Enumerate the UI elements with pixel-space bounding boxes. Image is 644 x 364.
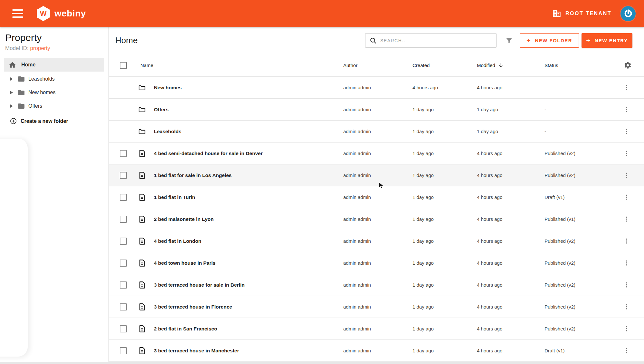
- row-checkbox[interactable]: [120, 260, 127, 267]
- search-input[interactable]: [380, 38, 492, 43]
- row-actions-menu-button[interactable]: [623, 347, 632, 354]
- user-avatar[interactable]: [620, 6, 636, 21]
- table-row[interactable]: 2 bed maisonette in Lyon admin admin 1 d…: [109, 208, 644, 230]
- table-row[interactable]: 3 bed terraced house for sale in Berlin …: [109, 274, 644, 296]
- column-header-modified[interactable]: Modified: [477, 62, 545, 68]
- table-settings-button[interactable]: [624, 61, 632, 69]
- content-header: Home + NEW FOLDER + NEW ENTRY: [109, 27, 644, 54]
- tenant-selector[interactable]: ROOT TENANT: [552, 9, 611, 18]
- model-id: Model ID: property: [5, 45, 103, 52]
- row-checkbox[interactable]: [120, 238, 127, 245]
- row-checkbox[interactable]: [120, 172, 127, 179]
- table-row[interactable]: 4 bed flat in London admin admin 1 day a…: [109, 230, 644, 252]
- sidebar-folder-item[interactable]: Offers: [0, 99, 108, 113]
- table-row[interactable]: 3 bed terraced house in Florence admin a…: [109, 296, 644, 318]
- row-name[interactable]: 1 bed flat in Turin: [154, 194, 195, 200]
- column-header-created[interactable]: Created: [412, 63, 477, 68]
- sidebar-folder-item[interactable]: Leaseholds: [0, 72, 108, 86]
- search-box: [365, 33, 497, 48]
- row-checkbox[interactable]: [120, 216, 127, 223]
- row-checkbox[interactable]: [120, 194, 127, 201]
- table-row[interactable]: Offers admin admin 1 day ago 1 day ago -: [109, 99, 644, 121]
- hamburger-menu-icon[interactable]: [12, 9, 23, 18]
- row-status: Published (v2): [545, 326, 609, 331]
- row-author: admin admin: [343, 304, 412, 310]
- kebab-menu-icon: [623, 194, 630, 201]
- row-created: 1 day ago: [412, 194, 477, 200]
- breadcrumb-title: Home: [115, 35, 137, 45]
- model-id-value: property: [30, 45, 50, 51]
- row-author: admin admin: [343, 326, 412, 331]
- expand-chevron-icon[interactable]: [10, 104, 13, 108]
- new-folder-button[interactable]: + NEW FOLDER: [520, 33, 579, 48]
- create-folder-button[interactable]: Create a new folder: [0, 117, 108, 125]
- column-header-status[interactable]: Status: [545, 63, 609, 68]
- row-created: 1 day ago: [412, 172, 477, 178]
- row-status: -: [545, 107, 609, 112]
- row-name[interactable]: 2 bed flat in San Francisco: [154, 326, 217, 332]
- select-all-checkbox[interactable]: [120, 62, 127, 69]
- row-checkbox[interactable]: [120, 347, 127, 354]
- new-entry-button[interactable]: + NEW ENTRY: [582, 33, 632, 48]
- table-row[interactable]: New homes admin admin 4 hours ago 4 hour…: [109, 77, 644, 99]
- row-author: admin admin: [343, 348, 412, 353]
- column-header-name[interactable]: Name: [138, 63, 343, 68]
- row-name[interactable]: 3 bed terraced house in Manchester: [154, 348, 239, 354]
- row-checkbox[interactable]: [120, 281, 127, 289]
- bottom-edge-strip: [0, 362, 644, 364]
- sidebar-folder-label: Leaseholds: [28, 76, 55, 82]
- row-author: admin admin: [343, 238, 412, 244]
- row-actions-menu-button[interactable]: [623, 128, 632, 135]
- table-row[interactable]: 1 bed flat for sale in Los Angeles admin…: [109, 164, 644, 186]
- expand-chevron-icon[interactable]: [10, 77, 13, 81]
- row-actions-menu-button[interactable]: [623, 216, 632, 222]
- row-actions-menu-button[interactable]: [623, 172, 632, 179]
- sidebar-folder-item[interactable]: New homes: [0, 86, 108, 99]
- table-row[interactable]: 4 bed town house in Paris admin admin 1 …: [109, 252, 644, 274]
- table-row[interactable]: 1 bed flat in Turin admin admin 1 day ag…: [109, 186, 644, 208]
- kebab-menu-icon: [623, 216, 630, 222]
- row-actions-menu-button[interactable]: [623, 281, 632, 288]
- row-name[interactable]: 1 bed flat for sale in Los Angeles: [154, 172, 232, 178]
- row-name[interactable]: 3 bed terraced house for sale in Berlin: [154, 282, 245, 288]
- row-checkbox[interactable]: [120, 325, 127, 332]
- filter-button[interactable]: [504, 35, 515, 46]
- expand-chevron-icon[interactable]: [10, 91, 13, 94]
- row-actions-menu-button[interactable]: [623, 150, 632, 157]
- sidebar-item-home[interactable]: Home: [4, 58, 104, 72]
- row-actions-menu-button[interactable]: [623, 194, 632, 201]
- kebab-menu-icon: [623, 84, 630, 91]
- column-header-author[interactable]: Author: [343, 63, 412, 68]
- row-created: 1 day ago: [412, 282, 477, 288]
- row-status: -: [545, 85, 609, 90]
- row-author: admin admin: [343, 129, 412, 134]
- row-checkbox[interactable]: [120, 150, 127, 157]
- row-actions-menu-button[interactable]: [623, 106, 632, 113]
- row-name[interactable]: New homes: [154, 85, 182, 91]
- row-modified: 4 hours ago: [477, 348, 545, 353]
- table-row[interactable]: 3 bed terraced house in Manchester admin…: [109, 340, 644, 362]
- tenant-label: ROOT TENANT: [565, 11, 611, 16]
- row-created: 1 day ago: [412, 260, 477, 266]
- row-name[interactable]: Leaseholds: [154, 129, 181, 134]
- row-name[interactable]: 4 bed semi-detached house for sale in De…: [154, 151, 263, 156]
- row-name[interactable]: 4 bed town house in Paris: [154, 260, 215, 266]
- row-name[interactable]: Offers: [154, 107, 169, 113]
- row-checkbox[interactable]: [120, 303, 127, 310]
- row-author: admin admin: [343, 282, 412, 288]
- row-actions-menu-button[interactable]: [623, 260, 632, 266]
- row-name[interactable]: 3 bed terraced house in Florence: [154, 304, 232, 310]
- kebab-menu-icon: [623, 303, 630, 310]
- row-name[interactable]: 4 bed flat in London: [154, 238, 201, 244]
- row-actions-menu-button[interactable]: [623, 325, 632, 332]
- row-actions-menu-button[interactable]: [623, 238, 632, 244]
- webiny-logo[interactable]: W webiny: [37, 6, 86, 21]
- row-author: admin admin: [343, 194, 412, 200]
- table-row[interactable]: Leaseholds admin admin 1 day ago 1 day a…: [109, 121, 644, 143]
- table-row[interactable]: 2 bed flat in San Francisco admin admin …: [109, 318, 644, 340]
- document-icon: [138, 347, 146, 355]
- table-row[interactable]: 4 bed semi-detached house for sale in De…: [109, 143, 644, 164]
- row-actions-menu-button[interactable]: [623, 84, 632, 91]
- row-actions-menu-button[interactable]: [623, 303, 632, 310]
- row-name[interactable]: 2 bed maisonette in Lyon: [154, 216, 213, 222]
